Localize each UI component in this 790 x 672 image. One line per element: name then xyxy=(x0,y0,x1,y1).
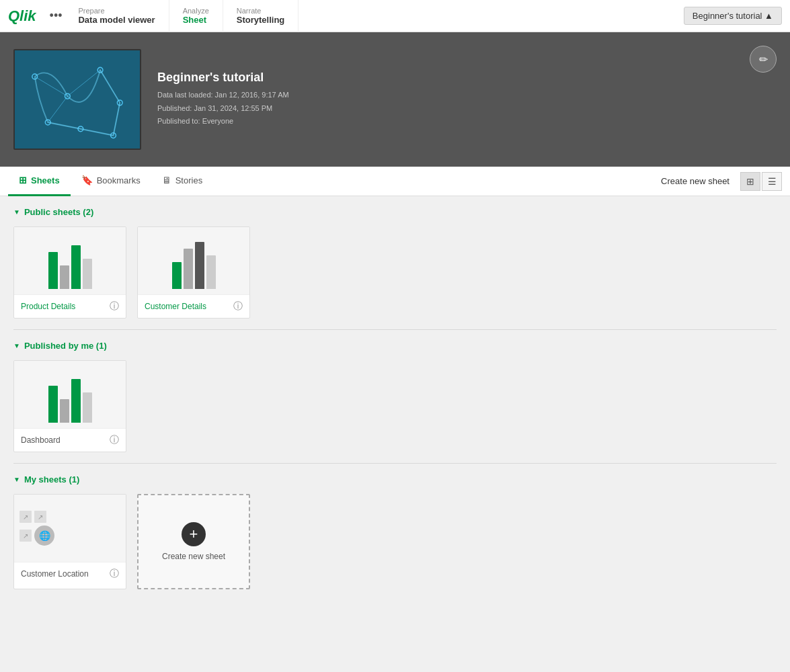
sheet-card-dashboard[interactable]: Dashboard ⓘ xyxy=(13,360,126,452)
app-meta-data-loaded: Data last loaded: Jan 12, 2016, 9:17 AM xyxy=(157,89,289,102)
info-icon-dashboard[interactable]: ⓘ xyxy=(110,434,119,446)
nav-analyze-label: Analyze xyxy=(183,7,209,15)
tab-bar: ⊞ Sheets 🔖 Bookmarks 🖥 Stories Create ne… xyxy=(0,167,790,196)
nav-analyze-value: Sheet xyxy=(183,15,209,25)
edit-button[interactable]: ✏ xyxy=(750,46,777,73)
svg-rect-0 xyxy=(15,50,140,149)
divider-2 xyxy=(13,463,777,464)
tab-actions: Create new sheet ⊞ ☰ xyxy=(656,172,782,191)
divider-1 xyxy=(13,329,777,330)
tab-bookmarks[interactable]: 🔖 Bookmarks xyxy=(71,167,151,196)
info-icon-product-details[interactable]: ⓘ xyxy=(110,300,119,312)
bar-2 xyxy=(60,265,69,289)
section-header-public[interactable]: ▼ Public sheets (2) xyxy=(13,207,777,217)
create-new-sheet-label: Create new sheet xyxy=(162,552,225,561)
info-icon-customer-location[interactable]: ⓘ xyxy=(110,568,119,580)
stories-icon: 🖥 xyxy=(162,175,171,185)
sheet-label-dashboard: Dashboard xyxy=(21,435,61,445)
app-header: Beginner's tutorial Data last loaded: Ja… xyxy=(0,32,790,167)
sheet-thumb-customer-location: ↗ ↗ ↗ 🌐 xyxy=(14,495,126,562)
published-sheets-grid: Dashboard ⓘ xyxy=(13,360,777,452)
create-new-sheet-card[interactable]: + Create new sheet xyxy=(137,494,250,589)
app-thumbnail xyxy=(13,49,141,150)
bar-3 xyxy=(71,245,81,289)
breadcrumb-label: Beginner's tutorial ▲ xyxy=(693,11,773,21)
sheet-label-product-details: Product Details xyxy=(21,302,75,311)
bar-4 xyxy=(206,255,216,289)
mini-bars-dashboard xyxy=(48,376,92,423)
nav-dots-button[interactable]: ••• xyxy=(47,9,65,23)
nav-narrate[interactable]: Narrate Storytelling xyxy=(223,0,299,32)
plus-circle-icon: + xyxy=(182,522,206,546)
sheet-card-customer-location[interactable]: ↗ ↗ ↗ 🌐 Customer Location ⓘ xyxy=(13,494,126,589)
bar-1 xyxy=(48,252,58,289)
tab-stories-label: Stories xyxy=(175,175,202,185)
my-sheets-grid: ↗ ↗ ↗ 🌐 Customer Location ⓘ + Create new… xyxy=(13,494,777,589)
view-toggle: ⊞ ☰ xyxy=(740,172,782,191)
section-published-label: Published by me (1) xyxy=(24,341,107,351)
sheet-thumb-product-details xyxy=(14,227,126,294)
sheet-card-customer-details[interactable]: Customer Details ⓘ xyxy=(137,226,250,319)
info-icon-customer-details[interactable]: ⓘ xyxy=(233,300,243,312)
sheets-icon: ⊞ xyxy=(19,175,27,185)
public-sheets-grid: Product Details ⓘ Customer Details ⓘ xyxy=(13,226,777,319)
section-header-published[interactable]: ▼ Published by me (1) xyxy=(13,341,777,351)
app-title: Beginner's tutorial xyxy=(157,71,289,85)
tab-stories[interactable]: 🖥 Stories xyxy=(151,167,213,196)
qlik-logo-text: Qlik xyxy=(8,7,36,25)
nav-analyze[interactable]: Analyze Sheet xyxy=(169,0,223,32)
mini-bars-customer xyxy=(172,242,216,289)
bar-3 xyxy=(195,242,204,289)
chevron-public-icon: ▼ xyxy=(13,208,20,216)
breadcrumb: Beginner's tutorial ▲ xyxy=(684,7,782,25)
bookmarks-icon: 🔖 xyxy=(81,175,93,185)
app-meta-published: Published: Jan 31, 2024, 12:55 PM xyxy=(157,102,289,116)
view-grid-button[interactable]: ⊞ xyxy=(740,172,760,191)
bar-1 xyxy=(48,386,58,423)
sheet-label-customer-location: Customer Location xyxy=(21,569,89,579)
sheet-footer-customer-location: Customer Location ⓘ xyxy=(14,562,126,585)
sheet-thumb-dashboard xyxy=(14,361,126,428)
sheet-footer-product-details: Product Details ⓘ xyxy=(14,294,126,318)
nav-prepare-value: Data model viewer xyxy=(78,15,155,25)
bar-1 xyxy=(172,262,182,289)
chevron-published-icon: ▼ xyxy=(13,342,20,349)
tab-sheets-label: Sheets xyxy=(31,175,60,185)
tab-sheets[interactable]: ⊞ Sheets xyxy=(8,167,71,196)
bar-2 xyxy=(60,399,69,423)
nav-prepare[interactable]: Prepare Data model viewer xyxy=(65,0,169,32)
sheet-footer-dashboard: Dashboard ⓘ xyxy=(14,428,126,452)
nav-narrate-value: Storytelling xyxy=(237,15,285,25)
top-nav: Qlik ••• Prepare Data model viewer Analy… xyxy=(0,0,790,32)
bar-4 xyxy=(83,392,92,423)
bar-4 xyxy=(83,259,92,289)
mini-bars-product xyxy=(48,242,92,289)
sheet-thumb-customer-details xyxy=(138,227,249,294)
create-sheet-button-top[interactable]: Create new sheet xyxy=(656,173,735,189)
chevron-my-icon: ▼ xyxy=(13,476,20,483)
breadcrumb-button[interactable]: Beginner's tutorial ▲ xyxy=(684,7,782,25)
section-header-my[interactable]: ▼ My sheets (1) xyxy=(13,474,777,485)
qlik-logo[interactable]: Qlik xyxy=(8,7,36,25)
section-my-label: My sheets (1) xyxy=(24,474,79,485)
bar-3 xyxy=(71,379,81,423)
app-info: Beginner's tutorial Data last loaded: Ja… xyxy=(157,71,289,128)
content-area: ▼ Public sheets (2) Product Details ⓘ xyxy=(0,196,790,600)
nav-prepare-label: Prepare xyxy=(78,7,155,15)
section-public-label: Public sheets (2) xyxy=(24,207,93,217)
nav-narrate-label: Narrate xyxy=(237,7,285,15)
view-list-button[interactable]: ☰ xyxy=(762,172,782,191)
tab-bookmarks-label: Bookmarks xyxy=(97,175,141,185)
sheet-label-customer-details: Customer Details xyxy=(145,302,206,311)
bar-2 xyxy=(184,249,193,289)
sheet-card-product-details[interactable]: Product Details ⓘ xyxy=(13,226,126,319)
app-meta-published-to: Published to: Everyone xyxy=(157,115,289,128)
sheet-footer-customer-details: Customer Details ⓘ xyxy=(138,294,249,318)
